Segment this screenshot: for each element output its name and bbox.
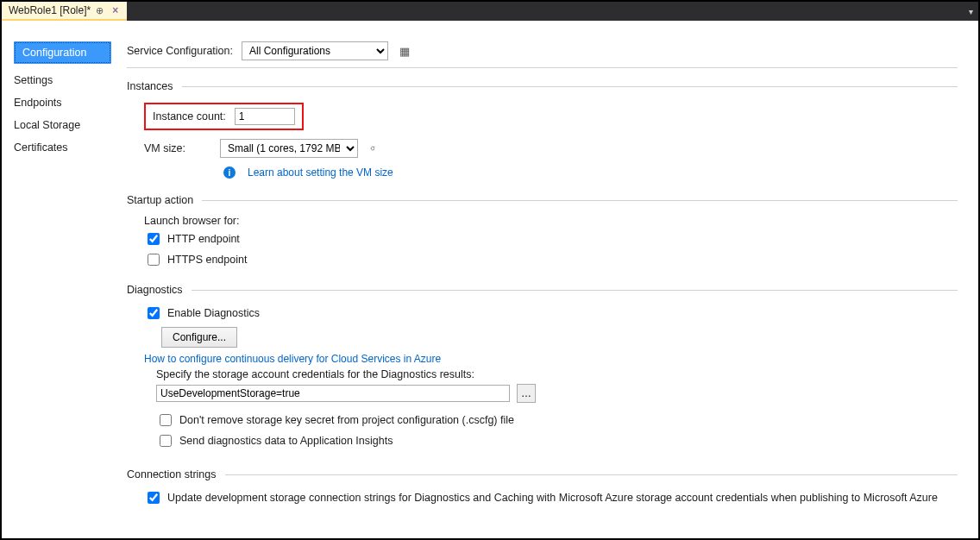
content-area: Configuration Settings Endpoints Local S… — [2, 21, 978, 538]
diagnostics-howto-link[interactable]: How to configure continuous delivery for… — [144, 353, 441, 365]
document-tab[interactable]: WebRole1 [Role]* ⊕ × — [2, 2, 127, 21]
instance-count-input[interactable] — [235, 108, 295, 125]
update-conn-strings-input[interactable] — [148, 492, 160, 504]
section-instances-label: Instances — [127, 80, 173, 92]
vm-size-learn-link[interactable]: Learn about setting the VM size — [248, 166, 393, 179]
send-appinsights-input[interactable] — [160, 435, 172, 447]
https-endpoint-label: HTTPS endpoint — [167, 254, 247, 266]
http-endpoint-checkbox[interactable]: HTTP endpoint — [144, 230, 958, 248]
storage-connection-input[interactable] — [156, 385, 510, 402]
storage-browse-button[interactable]: … — [517, 384, 536, 403]
send-appinsights-label: Send diagnostics data to Application Ins… — [179, 435, 393, 447]
http-endpoint-input[interactable] — [148, 233, 160, 245]
tab-title: WebRole1 [Role]* — [9, 4, 91, 16]
update-conn-strings-label: Update development storage connection st… — [167, 492, 938, 504]
instance-count-highlight: Instance count: — [144, 103, 304, 130]
section-instances: Instances — [127, 80, 958, 92]
main-panel: Service Configuration: All Configuration… — [118, 21, 978, 538]
section-startup: Startup action — [127, 194, 958, 206]
window: WebRole1 [Role]* ⊕ × ▾ Configuration Set… — [0, 0, 980, 540]
section-diagnostics-label: Diagnostics — [127, 284, 183, 296]
enable-diagnostics-input[interactable] — [148, 307, 160, 319]
service-config-label: Service Configuration: — [127, 45, 233, 57]
dont-remove-key-checkbox[interactable]: Don't remove storage key secret from pro… — [156, 411, 958, 429]
section-diagnostics: Diagnostics — [127, 284, 958, 296]
nav-settings[interactable]: Settings — [2, 69, 118, 91]
side-nav: Configuration Settings Endpoints Local S… — [2, 21, 118, 538]
section-line — [192, 290, 958, 291]
nav-local-storage[interactable]: Local Storage — [2, 114, 118, 136]
nav-endpoints[interactable]: Endpoints — [2, 91, 118, 114]
refresh-icon — [370, 142, 375, 154]
configure-diagnostics-button[interactable]: Configure... — [161, 327, 237, 348]
nav-certificates[interactable]: Certificates — [2, 136, 118, 159]
separator — [127, 67, 958, 68]
service-config-row: Service Configuration: All Configuration… — [127, 41, 958, 60]
vm-size-learn-row: i Learn about setting the VM size — [223, 166, 958, 179]
document-tabbar: WebRole1 [Role]* ⊕ × ▾ — [2, 2, 978, 21]
enable-diagnostics-label: Enable Diagnostics — [167, 307, 260, 319]
manage-configs-button[interactable]: ▦ — [397, 43, 412, 59]
section-line — [182, 86, 958, 87]
tab-overflow-button[interactable]: ▾ — [963, 2, 978, 21]
dont-remove-key-label: Don't remove storage key secret from pro… — [179, 414, 514, 426]
nav-configuration[interactable]: Configuration — [14, 41, 111, 64]
launch-browser-label: Launch browser for: — [144, 215, 958, 227]
vm-size-select[interactable]: Small (1 cores, 1792 MB) — [220, 139, 358, 158]
vm-size-field: VM size: Small (1 cores, 1792 MB) — [144, 139, 958, 158]
info-icon: i — [223, 166, 236, 179]
close-icon[interactable]: × — [109, 4, 122, 16]
dont-remove-key-input[interactable] — [160, 414, 172, 426]
service-config-select[interactable]: All Configurations — [242, 41, 388, 60]
manage-configs-icon: ▦ — [399, 45, 410, 58]
https-endpoint-input[interactable] — [148, 254, 160, 266]
section-startup-label: Startup action — [127, 194, 193, 206]
https-endpoint-checkbox[interactable]: HTTPS endpoint — [144, 251, 958, 268]
update-conn-strings-checkbox[interactable]: Update development storage connection st… — [144, 489, 958, 506]
instance-count-label: Instance count: — [153, 110, 226, 122]
section-line — [225, 474, 958, 475]
http-endpoint-label: HTTP endpoint — [167, 233, 240, 245]
pin-icon[interactable]: ⊕ — [96, 5, 104, 16]
storage-credentials-field: … — [156, 384, 958, 403]
enable-diagnostics-checkbox[interactable]: Enable Diagnostics — [144, 305, 958, 322]
storage-credentials-label: Specify the storage account credentials … — [156, 368, 958, 380]
vm-size-label: VM size: — [144, 142, 213, 154]
send-appinsights-checkbox[interactable]: Send diagnostics data to Application Ins… — [156, 432, 958, 449]
vm-size-refresh-button[interactable] — [365, 141, 380, 156]
section-connections-label: Connection strings — [127, 468, 217, 480]
section-connections: Connection strings — [127, 468, 958, 480]
tabbar-spacer — [127, 2, 963, 21]
instance-count-field: Instance count: — [144, 103, 958, 130]
section-line — [202, 200, 958, 201]
